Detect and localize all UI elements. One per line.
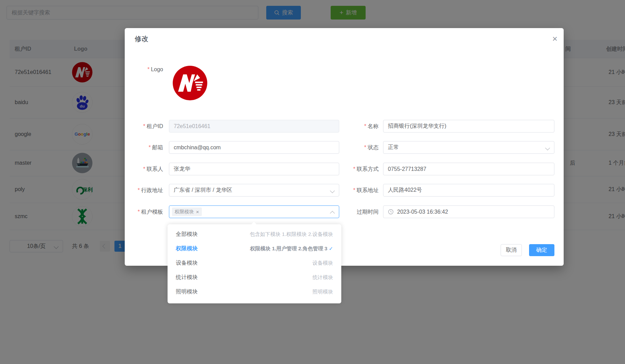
close-icon[interactable]: × <box>552 34 557 43</box>
chevron-down-icon <box>545 146 550 150</box>
confirm-button[interactable]: 确定 <box>529 244 554 256</box>
status-value: 正常 <box>388 144 399 151</box>
clock-icon <box>388 209 394 215</box>
dropdown-option-lighting[interactable]: 照明模块 照明模块 <box>168 285 341 299</box>
region-value: 广东省 / 深圳市 / 龙华区 <box>174 187 232 194</box>
cmb-logo-icon <box>172 65 208 101</box>
chevron-up-icon <box>330 211 335 216</box>
email-field[interactable] <box>169 141 339 154</box>
field-label-expire: 过期时间 <box>339 205 379 218</box>
region-cascader[interactable]: 广东省 / 深圳市 / 龙华区 <box>169 184 339 197</box>
name-field[interactable] <box>383 120 554 133</box>
field-label-address: *联系地址 <box>339 184 379 197</box>
template-tag: 权限模块 × <box>172 208 202 216</box>
expire-datetime-picker[interactable]: 2023-05-03 16:36:42 <box>383 205 554 218</box>
dropdown-option-permission[interactable]: 权限模块 权限模块 1.用户管理 2.角色管理 3✓ <box>168 241 341 256</box>
field-label-email: *邮箱 <box>125 141 163 154</box>
check-icon: ✓ <box>329 246 333 251</box>
field-label-status: *状态 <box>339 141 379 154</box>
contact-field[interactable] <box>169 163 339 175</box>
template-dropdown: 全部模块 包含如下模块 1.权限模块 2.设备模块 权限模块 权限模块 1.用户… <box>168 224 341 303</box>
phone-field[interactable] <box>383 163 554 175</box>
expire-value: 2023-05-03 16:36:42 <box>397 209 448 215</box>
field-label-phone: *联系方式 <box>339 163 379 175</box>
logo-upload[interactable] <box>172 65 208 102</box>
dropdown-option-device[interactable]: 设备模块 设备模块 <box>168 256 341 270</box>
confirm-button-label: 确定 <box>536 247 547 254</box>
template-tag-label: 权限模块 <box>175 209 194 215</box>
cancel-button-label: 取消 <box>506 247 517 254</box>
required-mark: * <box>147 66 149 72</box>
cancel-button[interactable]: 取消 <box>501 244 522 256</box>
dropdown-option-all[interactable]: 全部模块 包含如下模块 1.权限模块 2.设备模块 <box>168 227 341 241</box>
dropdown-option-statistics[interactable]: 统计模块 统计模块 <box>168 270 341 285</box>
tag-close-icon[interactable]: × <box>196 209 199 214</box>
template-multiselect[interactable]: 权限模块 × <box>169 205 339 218</box>
status-select[interactable]: 正常 <box>383 141 554 154</box>
field-label-name: *名称 <box>339 120 379 133</box>
tenant-id-field[interactable] <box>169 120 339 133</box>
field-label-tenant-id: *租户ID <box>125 120 163 133</box>
address-field[interactable] <box>383 184 554 197</box>
field-label-logo: *Logo <box>125 66 163 73</box>
field-label-template: *租户模板 <box>125 205 163 218</box>
dialog-title: 修改 <box>135 34 148 43</box>
chevron-down-icon <box>330 188 335 193</box>
field-label-contact: *联系人 <box>125 163 163 175</box>
field-label-region: *行政地址 <box>125 184 163 197</box>
